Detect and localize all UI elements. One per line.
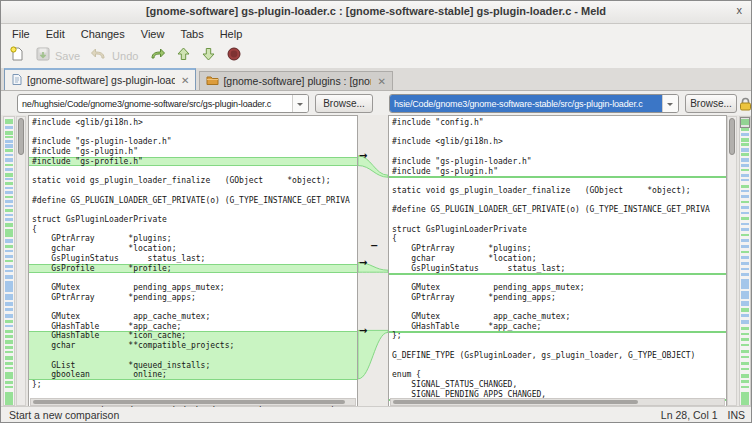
map-change-segment bbox=[5, 178, 13, 180]
map-change-segment bbox=[5, 164, 13, 166]
map-change-segment bbox=[741, 228, 749, 231]
window-close-button[interactable]: x bbox=[737, 4, 743, 16]
chevron-down-icon[interactable] bbox=[662, 95, 678, 112]
prev-change-button[interactable] bbox=[176, 46, 191, 66]
map-change-segment bbox=[741, 251, 749, 253]
right-horizontal-scrollbar[interactable] bbox=[390, 398, 725, 406]
map-change-segment bbox=[741, 174, 749, 177]
menu-tabs[interactable]: Tabs bbox=[172, 26, 211, 42]
apply-change-right-icon[interactable]: → bbox=[359, 326, 367, 336]
map-change-segment bbox=[741, 301, 749, 306]
map-change-segment bbox=[5, 168, 13, 171]
left-file-combo[interactable]: ne/hughsie/Code/gnome3/gnome-software/sr… bbox=[17, 94, 309, 113]
redo-icon bbox=[148, 46, 166, 66]
menu-view[interactable]: View bbox=[133, 26, 173, 42]
new-button[interactable] bbox=[9, 46, 25, 66]
scrollbar-thumb[interactable] bbox=[18, 118, 24, 155]
scrollbar-thumb[interactable] bbox=[393, 400, 638, 404]
menu-edit[interactable]: Edit bbox=[38, 26, 73, 42]
map-change-segment bbox=[741, 179, 749, 181]
diff-area: #include <glib/gi18n.h> #include "gs-plu… bbox=[1, 115, 752, 408]
left-code-text[interactable]: #include <glib/gi18n.h> #include "gs-plu… bbox=[32, 118, 350, 408]
save-icon bbox=[35, 46, 51, 66]
scrollbar-thumb[interactable] bbox=[33, 400, 345, 404]
map-change-segment bbox=[5, 335, 13, 338]
map-change-segment bbox=[741, 268, 749, 270]
right-browse-button[interactable]: Browse... bbox=[685, 94, 737, 113]
arrow-down-icon bbox=[201, 46, 216, 66]
save-label: Save bbox=[55, 50, 80, 62]
lock-icon bbox=[739, 97, 752, 111]
next-change-button[interactable] bbox=[201, 46, 216, 66]
apply-change-right-icon[interactable]: → bbox=[359, 151, 367, 161]
map-change-segment bbox=[5, 245, 13, 248]
tab-1[interactable]: [gnome-software] plugins : [gnome-soft✕ bbox=[199, 71, 392, 90]
titlebar: [gnome-software] gs-plugin-loader.c : [g… bbox=[1, 1, 751, 24]
delete-change-icon[interactable]: − bbox=[370, 241, 378, 251]
map-change-segment bbox=[741, 362, 749, 365]
chevron-down-icon[interactable] bbox=[292, 95, 308, 112]
map-change-segment bbox=[741, 190, 749, 192]
map-change-segment bbox=[5, 200, 13, 203]
map-change-segment bbox=[741, 327, 749, 330]
map-change-segment bbox=[5, 196, 13, 198]
left-overview-map[interactable] bbox=[3, 116, 15, 406]
new-document-icon bbox=[9, 46, 25, 66]
map-change-segment bbox=[5, 381, 13, 384]
map-change-segment bbox=[5, 302, 13, 306]
tab-0[interactable]: [gnome-software] gs-plugin-loader.c : [g… bbox=[4, 68, 196, 90]
map-change-segment bbox=[5, 392, 13, 406]
input-mode-indicator: INS bbox=[727, 409, 745, 421]
map-change-segment bbox=[741, 392, 749, 405]
map-change-segment bbox=[741, 245, 749, 248]
map-change-segment bbox=[5, 119, 13, 124]
map-change-segment bbox=[5, 260, 13, 262]
stop-button[interactable] bbox=[226, 46, 242, 66]
map-change-segment bbox=[741, 201, 749, 203]
map-change-segment bbox=[5, 136, 13, 138]
menu-help[interactable]: Help bbox=[212, 26, 251, 42]
map-change-segment bbox=[5, 173, 13, 177]
right-code-pane[interactable]: #include "config.h" #include <glib/gi18n… bbox=[388, 115, 727, 408]
scrollbar-thumb[interactable] bbox=[729, 118, 735, 155]
left-horizontal-scrollbar[interactable] bbox=[30, 398, 356, 406]
menu-changes[interactable]: Changes bbox=[73, 26, 133, 42]
diff-gutter: →−→→ bbox=[358, 115, 388, 408]
map-change-segment bbox=[5, 340, 13, 344]
undo-button: Undo bbox=[90, 46, 138, 66]
map-change-segment bbox=[741, 262, 749, 265]
map-change-segment bbox=[741, 217, 749, 220]
window-title: [gnome-software] gs-plugin-loader.c : [g… bbox=[1, 5, 751, 17]
map-change-segment bbox=[5, 346, 13, 349]
map-change-segment bbox=[5, 281, 13, 292]
left-vertical-scrollbar[interactable] bbox=[16, 116, 26, 406]
map-change-segment bbox=[5, 140, 13, 143]
cursor-position: Ln 28, Col 1 bbox=[661, 409, 718, 421]
left-code-pane[interactable]: #include <glib/gi18n.h> #include "gs-plu… bbox=[28, 115, 358, 408]
map-change-segment bbox=[5, 255, 13, 258]
map-change-segment bbox=[5, 308, 13, 311]
map-viewport-indicator[interactable] bbox=[740, 117, 750, 128]
map-change-segment bbox=[5, 131, 13, 135]
right-file-combo[interactable]: hsie/Code/gnome3/gnome-software-stable/s… bbox=[389, 94, 679, 113]
right-overview-map[interactable] bbox=[739, 116, 751, 406]
tab-close-icon[interactable]: ✕ bbox=[181, 75, 189, 86]
map-change-segment bbox=[5, 351, 13, 353]
map-change-segment bbox=[741, 380, 749, 383]
map-change-segment bbox=[741, 279, 749, 289]
left-browse-button[interactable]: Browse... bbox=[315, 94, 373, 113]
map-change-segment bbox=[5, 250, 13, 252]
map-change-segment bbox=[5, 182, 13, 185]
right-vertical-scrollbar[interactable] bbox=[727, 116, 737, 406]
right-code-text[interactable]: #include "config.h" #include <glib/gi18n… bbox=[392, 118, 710, 408]
menu-file[interactable]: File bbox=[4, 26, 38, 42]
map-change-segment bbox=[5, 144, 13, 148]
map-change-segment bbox=[741, 185, 749, 188]
map-change-segment bbox=[741, 314, 749, 317]
apply-change-right-icon[interactable]: → bbox=[359, 258, 367, 268]
meld-window: [gnome-software] gs-plugin-loader.c : [g… bbox=[0, 0, 752, 423]
file-diff-icon bbox=[11, 73, 23, 88]
map-change-segment bbox=[5, 367, 13, 369]
tab-close-icon[interactable]: ✕ bbox=[377, 76, 385, 87]
redo-button[interactable] bbox=[148, 46, 166, 66]
